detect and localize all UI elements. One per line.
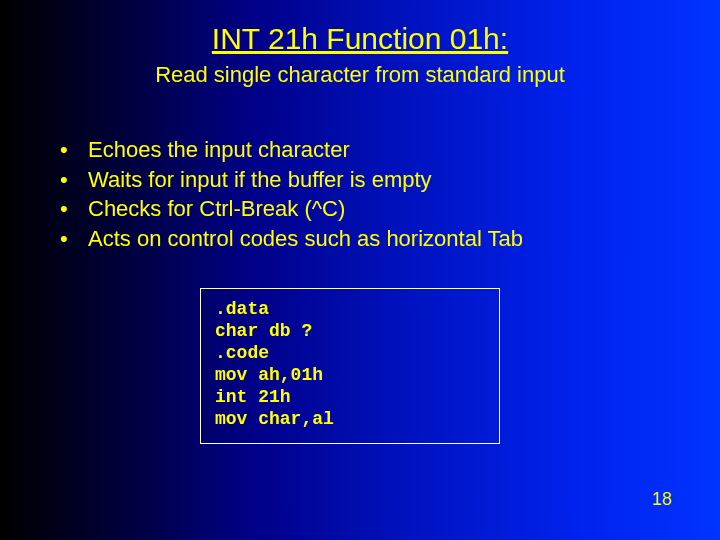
bullet-text: Acts on control codes such as horizontal…	[88, 224, 523, 254]
code-line: mov ah,01h	[215, 365, 323, 385]
bullet-text: Waits for input if the buffer is empty	[88, 165, 432, 195]
list-item: • Echoes the input character	[60, 135, 680, 165]
bullet-list: • Echoes the input character • Waits for…	[60, 135, 680, 254]
code-line: char db ?	[215, 321, 312, 341]
bullet-icon: •	[60, 224, 88, 254]
code-line: int 21h	[215, 387, 291, 407]
bullet-text: Checks for Ctrl-Break (^C)	[88, 194, 345, 224]
bullet-text: Echoes the input character	[88, 135, 350, 165]
code-box: .data char db ? .code mov ah,01h int 21h…	[200, 288, 500, 444]
slide: INT 21h Function 01h: Read single charac…	[0, 0, 720, 540]
bullet-icon: •	[60, 194, 88, 224]
bullet-icon: •	[60, 135, 88, 165]
slide-title: INT 21h Function 01h:	[0, 22, 720, 56]
code-line: .data	[215, 299, 269, 319]
list-item: • Acts on control codes such as horizont…	[60, 224, 680, 254]
list-item: • Checks for Ctrl-Break (^C)	[60, 194, 680, 224]
code-line: mov char,al	[215, 409, 334, 429]
page-number: 18	[652, 489, 672, 510]
list-item: • Waits for input if the buffer is empty	[60, 165, 680, 195]
code-line: .code	[215, 343, 269, 363]
bullet-icon: •	[60, 165, 88, 195]
slide-subtitle: Read single character from standard inpu…	[0, 62, 720, 88]
